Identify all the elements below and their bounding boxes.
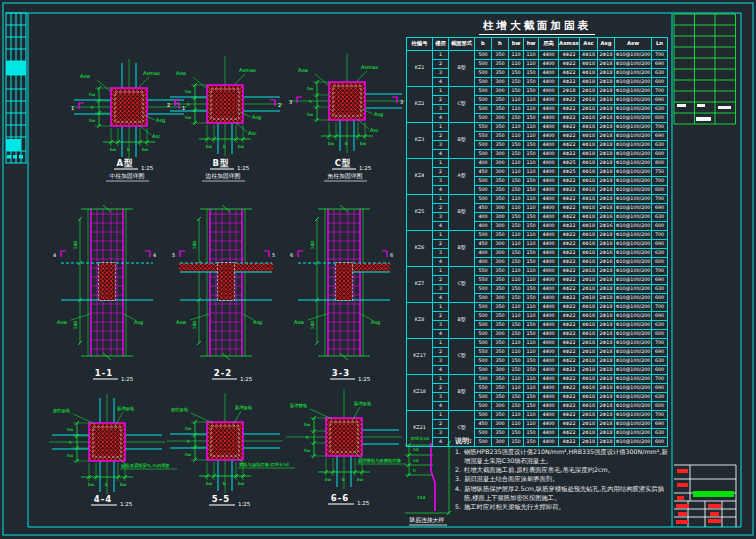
table-cell: 500 — [475, 96, 492, 105]
svg-text:hw: hw — [304, 448, 311, 453]
table-cell: 4 — [433, 78, 449, 87]
table-header-cell: h — [492, 38, 509, 51]
svg-text:hw: hw — [67, 427, 74, 432]
table-cell: 4400 — [539, 213, 559, 222]
table-cell: 110 — [524, 276, 539, 285]
table-cell: 4Φ22 — [559, 51, 580, 60]
table-cell: 690 — [652, 60, 668, 69]
table-cell: 110 — [509, 240, 524, 249]
table-cell: 500 — [475, 339, 492, 348]
table-cell: 300 — [492, 114, 509, 123]
table-cell: 4Φ22 — [559, 357, 580, 366]
table-cell: 300 — [492, 204, 509, 213]
table-cell: 2Φ18 — [598, 87, 615, 96]
table-cell: 2Φ16 — [598, 258, 615, 267]
svg-text:hw: hw — [89, 118, 96, 123]
table-cell: 3 — [433, 213, 449, 222]
table-cell: 550 — [475, 276, 492, 285]
table-cell: 2Φ18 — [598, 168, 615, 177]
table-row: 350035015015044004Φ222Φ182Φ18Φ10@100/200… — [407, 357, 668, 366]
table-cell: 4Φ22 — [559, 402, 580, 411]
table-cell: 4Φ18 — [580, 312, 598, 321]
table-cell: 3 — [433, 177, 449, 186]
leader-note: 纵筋遇梁板穿孔,孔内灌胶 — [121, 462, 170, 469]
rebar-label-asc: Asc — [152, 133, 161, 139]
table-cell: 150 — [509, 69, 524, 78]
table-row: 350035015015044004Φ224Φ182Φ18Φ10@100/200… — [407, 321, 668, 330]
section-2-2: 5 5 500 500 Asw Asg 2-2 1:25 — [172, 205, 275, 382]
table-cell: 300 — [492, 222, 509, 231]
cut-number: 3 — [289, 99, 292, 105]
table-cell: 350 — [492, 60, 509, 69]
table-cell: 4Φ22 — [559, 69, 580, 78]
table-cell: 4Φ18 — [580, 330, 598, 339]
table-cell: 3 — [433, 69, 449, 78]
table-cell: 350 — [492, 267, 509, 276]
table-cell: 110 — [509, 159, 524, 168]
table-cell: 110 — [509, 384, 524, 393]
table-cell: 2Φ18 — [580, 114, 598, 123]
svg-text:hw: hw — [304, 422, 311, 427]
table-cell: 4400 — [539, 105, 559, 114]
table-cell: KZ6 — [407, 231, 433, 267]
table-cell: 750 — [652, 168, 668, 177]
table-cell: 110 — [524, 159, 539, 168]
detail-title: C型 — [335, 158, 352, 168]
table-cell: 110 — [524, 132, 539, 141]
table-cell: 350 — [492, 303, 509, 312]
table-cell: 690 — [652, 276, 668, 285]
table-cell: KZ2 — [407, 87, 433, 123]
table-cell: 4Φ22 — [559, 231, 580, 240]
table-cell: 4Φ18 — [580, 375, 598, 384]
table-cell: Φ10@100/200 — [615, 402, 652, 411]
table-cell: B型 — [449, 303, 475, 339]
table-cell: 500 — [475, 78, 492, 87]
table-cell: 2 — [433, 132, 449, 141]
table-cell: Φ10@100/200 — [615, 60, 652, 69]
table-cell: KZ4 — [407, 159, 433, 195]
note-item: 2.柱增大截面施工前,原柱表面应凿毛,凿毛深度约2cm。 — [455, 465, 669, 474]
table-cell: 2Φ18 — [598, 51, 615, 60]
table-cell: 150 — [524, 87, 539, 96]
table-cell: 110 — [509, 312, 524, 321]
table-cell: 2Φ18 — [598, 159, 615, 168]
svg-text:bw: bw — [142, 147, 149, 152]
table-cell: 500 — [475, 105, 492, 114]
table-cell: KZ17 — [407, 339, 433, 375]
table-cell: Φ10@100/200 — [615, 213, 652, 222]
table-cell: 350 — [492, 141, 509, 150]
svg-text:bw: bw — [206, 144, 213, 149]
table-cell: 110 — [524, 267, 539, 276]
table-cell: 2Φ18 — [598, 348, 615, 357]
table-cell: Φ10@100/200 — [615, 258, 652, 267]
table-cell: 2 — [433, 240, 449, 249]
rebar-label: Asg — [253, 319, 262, 326]
table-cell: 4400 — [539, 366, 559, 375]
table-cell: 700 — [652, 339, 668, 348]
table-cell: 150 — [524, 366, 539, 375]
notes-title: 说明: — [455, 436, 669, 446]
table-cell: 110 — [509, 375, 524, 384]
table-cell: 1 — [433, 375, 449, 384]
table-cell: 4Φ22 — [559, 330, 580, 339]
table-cell: 500 — [475, 195, 492, 204]
table-row: 255035011011044004Φ224Φ182Φ18Φ10@100/200… — [407, 384, 668, 393]
table-cell: 4 — [433, 114, 449, 123]
leader-label: 原柱纵筋 — [53, 408, 71, 414]
table-cell: 2Φ18 — [598, 276, 615, 285]
svg-text:hw: hw — [185, 452, 192, 457]
table-cell: 350 — [492, 69, 509, 78]
table-cell: 150 — [524, 249, 539, 258]
detail-scale: 1:25 — [238, 501, 251, 507]
detail-title: A型 — [116, 158, 133, 168]
table-header-cell: Asmax — [559, 38, 580, 51]
cut-number: 6 — [290, 252, 293, 258]
svg-text:5d: 5d — [413, 447, 419, 452]
table-cell: 4900 — [539, 87, 559, 96]
table-cell: 700 — [652, 51, 668, 60]
table-cell: 4400 — [539, 177, 559, 186]
table-cell: 110 — [524, 195, 539, 204]
table-row: KZ31B型55035011011044004Φ224Φ182Φ18Φ10@10… — [407, 123, 668, 132]
table-cell: 110 — [524, 384, 539, 393]
table-cell: 600 — [652, 222, 668, 231]
